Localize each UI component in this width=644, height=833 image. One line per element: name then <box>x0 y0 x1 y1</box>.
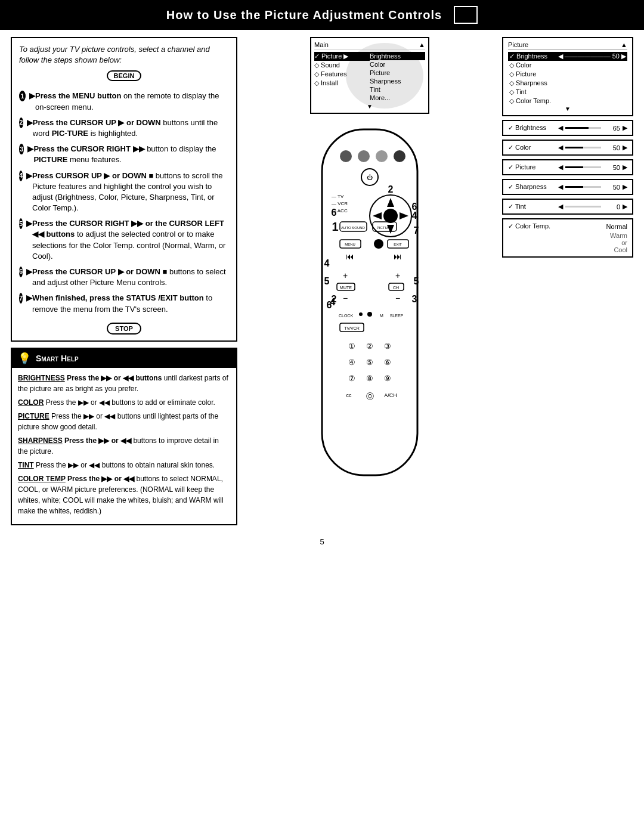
svg-text:−: − <box>343 293 348 303</box>
tv-menu-brightness: Brightness <box>370 52 425 60</box>
tv-menu-item-install: ◇ Install <box>314 79 370 88</box>
svg-text:⏭: ⏭ <box>394 252 402 261</box>
sh-colortemp: COLOR TEMP Press the ▶▶ or ◀◀ buttons to… <box>18 473 230 516</box>
color-fill <box>565 147 583 148</box>
color-slider-row: ✓ Color ◀ 50 ▶ <box>508 144 627 151</box>
submenu-down-arrow: ▼ <box>508 106 627 112</box>
step-5-text: Press the CURSOR RIGHT ▶▶ or the CURSOR … <box>32 218 229 262</box>
smart-help-box: 💡 Smart Help BRIGHTNESS Press the ▶▶ or … <box>11 348 237 525</box>
step-7-text: When finished, press the STATUS /EXIT bu… <box>32 293 229 314</box>
svg-text:④: ④ <box>348 358 355 367</box>
svg-point-15 <box>383 209 398 223</box>
begin-badge: BEGIN <box>107 70 142 81</box>
tint-value: 0 <box>603 203 620 210</box>
svg-point-25 <box>374 239 383 249</box>
svg-text:⑧: ⑧ <box>366 374 373 383</box>
svg-text:⑥: ⑥ <box>384 358 391 367</box>
picture-value: 50 <box>603 164 620 171</box>
step-num-3: 3 <box>19 144 24 154</box>
remote-svg: ⏻ — TV — VCR — ACC 2 4 6 <box>286 123 453 493</box>
color-temp-value: Normal <box>606 223 627 230</box>
center-column: Main ▲ ✓ Picture ▶ ◇ Sound ◇ Features ◇ … <box>244 37 495 495</box>
svg-text:M: M <box>380 314 383 318</box>
tv-menu-picture: Picture <box>370 69 425 77</box>
svg-text:⑨: ⑨ <box>384 374 391 383</box>
instructions-box: To adjust your TV picture controls, sele… <box>11 37 237 342</box>
svg-point-1 <box>340 150 352 162</box>
step-6: 6▶ Press the CURSOR UP ▶ or DOWN ■ butto… <box>19 267 229 288</box>
smenu-brightness: ✓ Brightness ◀ ——————— 50 ▶ <box>508 52 627 61</box>
svg-text:5: 5 <box>324 276 330 286</box>
picture-fill <box>565 166 583 168</box>
svg-text:②: ② <box>366 342 373 351</box>
svg-text:+: + <box>395 271 400 280</box>
step-1-text: Press the MENU button on the remote to d… <box>35 91 229 112</box>
step-4-text: Press CURSOR UP ▶ or DOWN ■ buttons to s… <box>32 171 229 214</box>
svg-text:4: 4 <box>324 258 330 268</box>
svg-text:PICTURE: PICTURE <box>377 226 392 230</box>
picture-submenu-arrow: ▲ <box>621 41 627 48</box>
step-3-text: Press the CURSOR RIGHT ▶▶ button to disp… <box>33 144 229 165</box>
svg-point-39 <box>367 312 372 317</box>
step-4: 4▶ Press CURSOR UP ▶ or DOWN ■ buttons t… <box>19 171 229 214</box>
tv-menu-sharpness: Sharpness <box>370 77 425 85</box>
tint-track <box>565 206 601 208</box>
color-temp-label: ✓ Color Temp. <box>508 222 550 230</box>
brightness-value: 65 <box>603 125 620 132</box>
color-value: 50 <box>603 144 620 151</box>
smenu-tint: ◇ Tint <box>508 88 627 97</box>
svg-text:7: 7 <box>414 225 419 236</box>
color-temp-panel: ✓ Color Temp. Normal WarmorCool <box>502 218 633 258</box>
picture-submenu-header: Picture ▲ <box>508 41 627 50</box>
svg-text:— TV: — TV <box>332 194 344 199</box>
smart-help-content: BRIGHTNESS Press the ▶▶ or ◀◀ buttons un… <box>12 368 236 524</box>
tv-menu-col-right: Brightness Color Picture Sharpness Tint … <box>370 52 425 102</box>
svg-text:⏮: ⏮ <box>346 252 354 261</box>
smenu-sharpness: ◇ Sharpness <box>508 79 627 88</box>
svg-text:3: 3 <box>412 294 417 304</box>
svg-text:5: 5 <box>414 276 419 286</box>
tv-menu-col-left: ✓ Picture ▶ ◇ Sound ◇ Features ◇ Install <box>314 52 370 102</box>
svg-text:cc: cc <box>346 392 352 398</box>
right-panel: Picture ▲ ✓ Brightness ◀ ——————— 50 ▶ ◇ … <box>502 37 633 258</box>
svg-text:③: ③ <box>384 342 391 351</box>
svg-text:⓪: ⓪ <box>366 392 374 401</box>
step-1: 1▶ Press the MENU button on the remote t… <box>19 91 229 112</box>
header-box <box>454 6 478 24</box>
svg-text:⏻: ⏻ <box>367 174 373 181</box>
tv-menu-item-features: ◇ Features <box>314 70 370 79</box>
color-temp-row: ✓ Color Temp. Normal <box>508 222 627 230</box>
brightness-slider-row: ✓ Brightness ◀ 65 ▶ <box>508 124 627 132</box>
svg-text:1: 1 <box>332 220 338 233</box>
tv-menu-more: More... <box>370 94 425 102</box>
picture-submenu-box: Picture ▲ ✓ Brightness ◀ ——————— 50 ▶ ◇ … <box>502 37 633 116</box>
tv-main-menu: Main ▲ ✓ Picture ▶ ◇ Sound ◇ Features ◇ … <box>310 37 429 114</box>
svg-text:A/CH: A/CH <box>384 392 397 398</box>
step-num-5: 5 <box>19 218 23 229</box>
stop-badge: STOP <box>107 323 141 335</box>
smenu-picture: ◇ Picture <box>508 70 627 79</box>
left-column: To adjust your TV picture controls, sele… <box>11 37 237 525</box>
step-num-7: 7 <box>19 293 23 304</box>
step-num-1: 1 <box>19 91 26 101</box>
sharpness-fill <box>565 186 583 188</box>
page-number: 5 <box>0 532 644 551</box>
tv-menu-title: Main <box>314 41 329 48</box>
svg-point-3 <box>376 150 388 162</box>
sharpness-slider-panel: ✓ Sharpness ◀ 50 ▶ <box>502 179 633 195</box>
sharpness-slider-row: ✓ Sharpness ◀ 50 ▶ <box>508 183 627 191</box>
svg-text:— VCR: — VCR <box>332 201 348 206</box>
brightness-fill <box>565 127 589 129</box>
smart-help-header: 💡 Smart Help <box>12 349 236 368</box>
intro-text: To adjust your TV picture controls, sele… <box>19 44 229 66</box>
svg-text:CLOCK: CLOCK <box>339 314 353 318</box>
step-2: 2▶ Press the CURSOR UP ▶ or DOWN buttons… <box>19 117 229 139</box>
svg-text:⑦: ⑦ <box>348 374 355 383</box>
color-slider-panel: ✓ Color ◀ 50 ▶ <box>502 140 633 156</box>
svg-text:6: 6 <box>332 208 337 218</box>
tv-menu-color: Color <box>370 60 425 69</box>
svg-point-2 <box>358 150 370 162</box>
color-track <box>565 147 601 148</box>
tv-menu-tint: Tint <box>370 85 425 94</box>
svg-text:6: 6 <box>412 202 417 212</box>
